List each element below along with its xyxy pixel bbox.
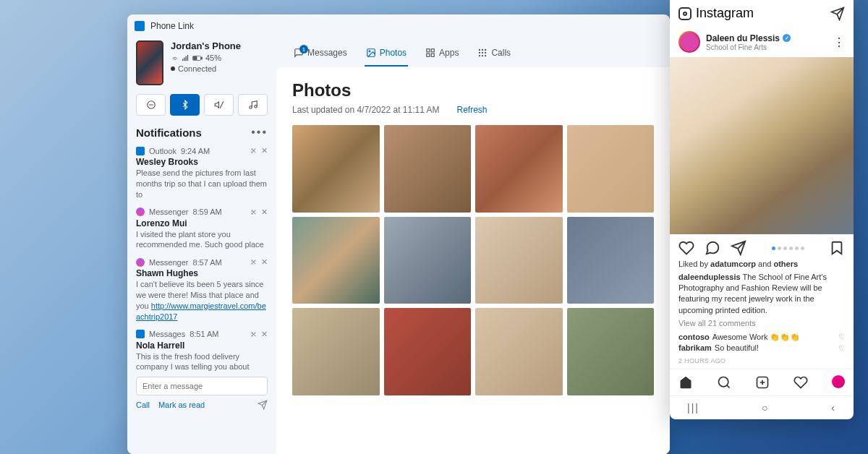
svg-point-21	[485, 49, 486, 51]
notification-item[interactable]: Outlook 9:24 AM ⤪ ✕ Wesley Brooks Please…	[136, 146, 268, 200]
notif-body: This is the fresh food delivery company …	[136, 351, 268, 373]
send-icon[interactable]	[258, 400, 268, 410]
reply-box[interactable]	[136, 377, 268, 395]
reply-input[interactable]	[142, 382, 261, 390]
direct-icon[interactable]	[830, 7, 845, 21]
notifications-more-icon[interactable]: •••	[251, 126, 268, 139]
svg-rect-0	[182, 59, 183, 61]
notif-time: 8:59 AM	[192, 207, 221, 216]
comment-like-icon[interactable]: ♡	[838, 332, 845, 342]
pin-icon[interactable]: ⤪	[250, 330, 257, 339]
svg-point-28	[719, 377, 728, 387]
photo-thumb[interactable]	[567, 308, 655, 395]
photo-thumb[interactable]	[475, 125, 563, 213]
photo-thumb[interactable]	[292, 308, 380, 395]
close-icon[interactable]: ✕	[261, 330, 268, 339]
pin-icon[interactable]: ⤪	[250, 207, 257, 217]
svg-rect-3	[187, 54, 188, 60]
phone-card[interactable]: Jordan's Phone 45% Connected	[136, 40, 268, 85]
phone-signal: 45%	[171, 53, 241, 62]
svg-point-24	[485, 52, 486, 53]
post-more-icon[interactable]: ⋮	[833, 35, 845, 49]
instagram-bottom-nav	[670, 369, 854, 395]
messages-icon	[136, 330, 145, 338]
svg-rect-16	[431, 49, 434, 52]
likes-text[interactable]: Liked by adatumcorp and others	[678, 259, 845, 270]
home-button[interactable]: ○	[762, 402, 769, 414]
tab-apps[interactable]: Apps	[424, 43, 460, 67]
recents-button[interactable]: |||	[687, 402, 699, 414]
notification-item[interactable]: Messenger 8:59 AM ⤪ ✕ Lorenzo Mui I visi…	[136, 207, 268, 251]
home-icon[interactable]	[678, 375, 693, 390]
bookmark-icon[interactable]	[829, 240, 845, 256]
svg-point-12	[254, 106, 257, 108]
comment-icon[interactable]	[705, 240, 720, 256]
notif-sender: Lorenzo Mui	[136, 218, 268, 228]
photo-thumb[interactable]	[567, 217, 655, 304]
volume-button[interactable]	[204, 94, 234, 116]
phone-wallpaper	[136, 40, 163, 85]
call-link[interactable]: Call	[136, 401, 150, 409]
svg-rect-2	[186, 56, 187, 60]
photo-thumb[interactable]	[567, 125, 655, 213]
svg-rect-6	[194, 56, 197, 59]
svg-point-23	[482, 52, 483, 53]
instagram-logo[interactable]: Instagram	[678, 6, 754, 21]
app-icon	[135, 21, 145, 31]
back-button[interactable]: ‹	[831, 402, 836, 414]
posted-time: 2 hours ago	[678, 356, 845, 366]
notification-item[interactable]: Messages 8:51 AM ⤪ ✕ Nola Harrell This i…	[136, 330, 268, 411]
search-icon[interactable]	[717, 375, 731, 390]
post-user-row[interactable]: Daleen du Plessis✓ School of Fine Arts ⋮	[670, 27, 854, 57]
new-post-icon[interactable]	[755, 375, 770, 390]
notif-body: I can't believe its been 5 years since w…	[136, 279, 268, 322]
svg-marker-9	[215, 102, 218, 108]
photo-thumb[interactable]	[475, 217, 563, 304]
pin-icon[interactable]: ⤪	[250, 257, 257, 267]
svg-rect-1	[184, 57, 184, 61]
photo-thumb[interactable]	[384, 217, 472, 304]
photos-content: Photos Last updated on 4/7/2022 at 11:11…	[276, 67, 670, 454]
dnd-button[interactable]	[136, 94, 166, 116]
caption: daleenduplessis The School of Fine Art's…	[678, 272, 845, 317]
tab-photos[interactable]: Photos	[365, 43, 408, 67]
tab-messages[interactable]: 1 Messages	[292, 43, 349, 67]
close-icon[interactable]: ✕	[261, 207, 268, 217]
notif-body: Please send the pictures from last month…	[136, 168, 268, 200]
view-comments-link[interactable]: View all 21 comments	[678, 318, 845, 329]
notif-link[interactable]: http://www.margiestravel.com/beachtrip20…	[136, 301, 266, 321]
music-button[interactable]	[238, 94, 268, 116]
app-title: Phone Link	[150, 21, 194, 31]
svg-point-22	[479, 52, 480, 53]
comment-like-icon[interactable]: ♡	[838, 343, 845, 354]
svg-point-11	[249, 106, 252, 109]
photo-thumb[interactable]	[292, 125, 380, 213]
activity-icon[interactable]	[793, 375, 808, 390]
notif-sender: Wesley Brooks	[136, 157, 268, 167]
refresh-link[interactable]: Refresh	[457, 105, 488, 115]
calls-icon	[477, 48, 488, 58]
svg-point-20	[482, 49, 483, 51]
photo-thumb[interactable]	[292, 217, 380, 304]
photo-thumb[interactable]	[384, 125, 472, 213]
messenger-icon	[136, 207, 145, 216]
profile-icon[interactable]	[832, 375, 845, 388]
phone-connection: Connected	[171, 64, 241, 73]
like-icon[interactable]	[678, 240, 694, 256]
share-icon[interactable]	[731, 240, 746, 256]
verified-icon: ✓	[783, 34, 791, 42]
pin-icon[interactable]: ⤪	[250, 146, 257, 155]
photo-thumb[interactable]	[384, 308, 472, 395]
tab-calls[interactable]: Calls	[476, 43, 512, 67]
mark-read-link[interactable]: Mark as read	[158, 401, 205, 409]
post-image[interactable]	[670, 57, 854, 234]
close-icon[interactable]: ✕	[261, 257, 268, 267]
svg-rect-18	[431, 53, 434, 56]
photo-thumb[interactable]	[475, 308, 563, 395]
bluetooth-button[interactable]	[170, 94, 200, 116]
notif-app: Messages	[149, 330, 185, 338]
notification-item[interactable]: Messenger 8:57 AM ⤪ ✕ Shawn Hughes I can…	[136, 257, 268, 322]
close-icon[interactable]: ✕	[261, 146, 268, 155]
outlook-icon	[136, 147, 145, 155]
battery-icon	[192, 54, 203, 62]
